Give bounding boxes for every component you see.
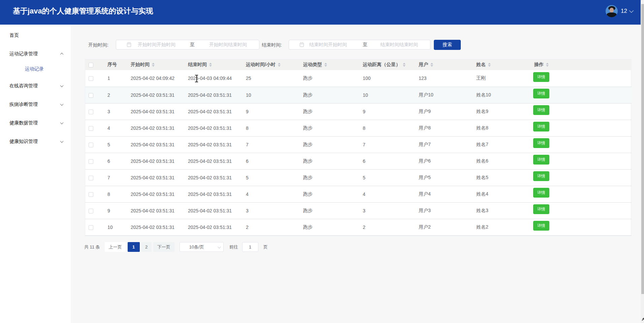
row-checkbox[interactable] <box>89 76 93 81</box>
column-header[interactable]: 开始时间 <box>127 59 185 70</box>
sort-carets-icon[interactable] <box>152 63 155 67</box>
column-header-label: 用户 <box>419 62 428 68</box>
cell-type: 跑步 <box>300 70 359 87</box>
start-time-range-input[interactable]: 开始时间开始时间 至 开始时间结束时间 <box>116 40 259 50</box>
detail-button[interactable]: 详情 <box>533 221 549 231</box>
column-header[interactable]: 序号 <box>104 59 127 70</box>
cell-start: 2025-04-02 03:51:31 <box>127 153 185 169</box>
cell-name: 姓名8 <box>473 120 531 136</box>
avatar[interactable] <box>606 5 618 17</box>
row-checkbox[interactable] <box>89 225 93 230</box>
end-from-placeholder: 结束时间开始时间 <box>309 40 347 49</box>
cell-distance: 3 <box>359 202 415 219</box>
sidebar-item-label: 在线咨询管理 <box>9 83 38 88</box>
detail-button[interactable]: 详情 <box>533 138 549 148</box>
row-checkbox[interactable] <box>89 126 93 131</box>
sort-carets-icon[interactable] <box>430 63 433 67</box>
cell-user: 用户8 <box>415 120 473 136</box>
start-to-placeholder: 开始时间结束时间 <box>209 40 247 49</box>
detail-button[interactable]: 详情 <box>533 204 549 214</box>
sort-carets-icon[interactable] <box>278 63 281 67</box>
cell-name: 姓名5 <box>473 169 531 186</box>
sort-carets-icon[interactable] <box>324 63 327 67</box>
row-checkbox[interactable] <box>89 93 93 98</box>
row-checkbox[interactable] <box>89 143 93 147</box>
cell-end: 2025-04-02 03:51:31 <box>185 103 243 120</box>
row-checkbox[interactable] <box>89 209 93 213</box>
sort-carets-icon[interactable] <box>209 63 212 67</box>
cell-start: 2025-04-02 03:51:31 <box>127 186 185 202</box>
cell-name: 姓名9 <box>473 103 531 120</box>
cell-user: 用户5 <box>415 169 473 186</box>
row-checkbox[interactable] <box>89 192 93 197</box>
sidebar-item[interactable]: 健康数据管理 <box>0 114 71 132</box>
table-row: 102025-04-02 03:51:312025-04-02 03:51:31… <box>85 219 632 235</box>
cell-name: 王刚 <box>473 70 531 87</box>
goto-page-input[interactable]: 1 <box>242 242 258 252</box>
column-header[interactable]: 用户 <box>415 59 473 70</box>
page-number-1[interactable]: 1 <box>128 242 140 252</box>
select-all-checkbox[interactable] <box>89 63 93 67</box>
detail-button[interactable]: 详情 <box>533 72 549 82</box>
column-header[interactable]: 运动时间/小时 <box>243 59 300 70</box>
sort-carets-icon[interactable] <box>546 63 549 67</box>
column-header[interactable]: 姓名 <box>473 59 531 70</box>
sidebar-item[interactable]: 健康知识管理 <box>0 132 71 151</box>
cell-hours: 25 <box>243 70 300 87</box>
sort-carets-icon[interactable] <box>403 63 406 67</box>
cell-end: 2025-04-02 03:51:31 <box>185 219 243 235</box>
detail-button[interactable]: 详情 <box>533 89 549 98</box>
table-body: 12025-04-02 04:09:422025-04-03 04:09:442… <box>85 70 632 235</box>
user-name: 12 <box>621 8 627 14</box>
cell-end: 2025-04-02 03:51:31 <box>185 153 243 169</box>
column-header[interactable]: 运动类型 <box>300 59 359 70</box>
prev-page-button[interactable]: 上一页 <box>105 242 126 252</box>
cell-user: 用户10 <box>415 87 473 103</box>
next-page-button[interactable]: 下一页 <box>153 242 174 252</box>
cell-end: 2025-04-02 03:51:31 <box>185 87 243 103</box>
cell-index: 5 <box>104 136 127 153</box>
detail-button[interactable]: 详情 <box>533 122 549 131</box>
detail-button[interactable]: 详情 <box>533 171 549 181</box>
cell-distance: 10 <box>359 87 415 103</box>
cell-index: 10 <box>104 219 127 235</box>
range-separator: 至 <box>363 40 367 49</box>
table-row: 42025-04-02 03:51:312025-04-02 03:51:318… <box>85 120 632 136</box>
cell-distance: 5 <box>359 169 415 186</box>
row-checkbox[interactable] <box>89 159 93 164</box>
sidebar-item[interactable]: 在线咨询管理 <box>0 77 71 95</box>
sidebar-item[interactable]: 首页 <box>0 26 71 45</box>
cell-user: 用户7 <box>415 136 473 153</box>
table-row: 52025-04-02 03:51:312025-04-02 03:51:317… <box>85 136 632 153</box>
column-header[interactable]: 结束时间 <box>185 59 243 70</box>
sort-carets-icon[interactable] <box>488 63 491 67</box>
scrollbar-thumb[interactable] <box>641 4 644 294</box>
column-header[interactable]: 运动距离（公里） <box>359 59 415 70</box>
cell-user: 用户9 <box>415 103 473 120</box>
column-header <box>85 59 104 70</box>
detail-button[interactable]: 详情 <box>533 105 549 115</box>
calendar-icon <box>300 43 304 47</box>
cell-hours: 9 <box>243 103 300 120</box>
cell-type: 跑步 <box>300 202 359 219</box>
search-button[interactable]: 搜索 <box>434 40 461 50</box>
end-time-range-input[interactable]: 结束时间开始时间 至 结束时间结束时间 <box>289 40 430 50</box>
column-header[interactable]: 操作 <box>531 59 632 70</box>
page-number-2[interactable]: 2 <box>141 242 152 252</box>
row-checkbox[interactable] <box>89 176 93 180</box>
scrollbar[interactable] <box>641 0 644 323</box>
sidebar-subitem[interactable]: 运动记录 <box>0 63 71 77</box>
cell-index: 8 <box>104 186 127 202</box>
page-size-select[interactable]: 10条/页 <box>180 242 224 252</box>
cell-start: 2025-04-02 03:51:31 <box>127 202 185 219</box>
sidebar-item[interactable]: 疾病诊断管理 <box>0 95 71 114</box>
user-menu[interactable]: 12 <box>606 5 633 17</box>
sidebar-item[interactable]: 运动记录管理 <box>0 45 71 63</box>
table-row: 12025-04-02 04:09:422025-04-03 04:09:442… <box>85 70 632 87</box>
detail-button[interactable]: 详情 <box>533 188 549 198</box>
cell-end: 2025-04-02 03:51:31 <box>185 186 243 202</box>
row-checkbox[interactable] <box>89 110 93 114</box>
cell-end: 2025-04-03 04:09:44 <box>185 70 243 87</box>
detail-button[interactable]: 详情 <box>533 155 549 165</box>
column-header-label: 序号 <box>107 62 117 68</box>
